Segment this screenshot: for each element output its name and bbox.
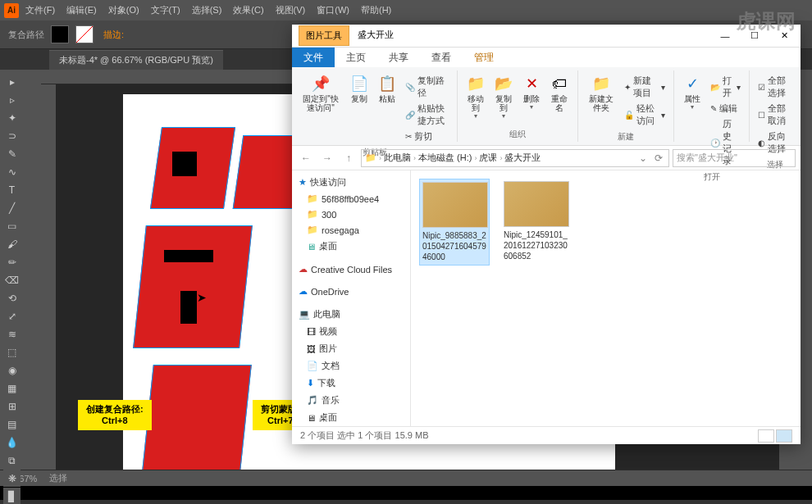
menu-view[interactable]: 视图(V) bbox=[271, 2, 311, 19]
tree-desktop2[interactable]: 🖥桌面 bbox=[294, 409, 408, 426]
title-context-tab[interactable]: 图片工具 bbox=[299, 25, 349, 46]
path-folder1[interactable]: 虎课 bbox=[479, 152, 497, 164]
rename-button[interactable]: 🏷重命名 bbox=[546, 72, 573, 114]
menu-file[interactable]: 文件(F) bbox=[21, 2, 60, 19]
easy-access[interactable]: 🔓轻松访问▾ bbox=[623, 102, 667, 128]
copy-path[interactable]: 📎复制路径 bbox=[404, 74, 450, 100]
gradient-tool[interactable]: ▤ bbox=[3, 415, 21, 433]
selection-tool[interactable]: ▸ bbox=[3, 73, 21, 90]
file-item[interactable]: Nipic_12459101_20161227103230606852 bbox=[501, 179, 572, 264]
perspective-tool[interactable]: ▦ bbox=[3, 379, 21, 397]
explorer-statusbar: 2 个项目 选中 1 个项目 15.9 MB bbox=[292, 426, 801, 444]
type-tool[interactable]: T bbox=[3, 181, 21, 198]
new-folder[interactable]: 📁新建文件夹 bbox=[583, 72, 619, 114]
tree-quick-access[interactable]: ★快速访问 bbox=[294, 174, 408, 191]
view-details-button[interactable] bbox=[758, 429, 774, 443]
copy-button[interactable]: 📄复制 bbox=[346, 72, 372, 105]
pin-quick-access[interactable]: 📌固定到"快速访问" bbox=[297, 72, 344, 114]
refresh-button[interactable]: ⟳ bbox=[652, 149, 665, 167]
watermark-logo: 虎课网 bbox=[737, 8, 796, 34]
tab-share[interactable]: 共享 bbox=[377, 48, 420, 67]
eraser-tool[interactable]: ⌫ bbox=[3, 271, 21, 288]
tab-home[interactable]: 主页 bbox=[335, 48, 377, 67]
tree-downloads[interactable]: ⬇下载 bbox=[294, 375, 408, 392]
view-thumbs-button[interactable] bbox=[776, 429, 792, 443]
tree-folder[interactable]: 📁300 bbox=[294, 207, 408, 222]
line-tool[interactable]: ╱ bbox=[3, 199, 21, 216]
artwork-glyph[interactable] bbox=[133, 225, 253, 348]
menu-window[interactable]: 窗口(W) bbox=[312, 2, 354, 19]
minimize-button[interactable]: — bbox=[710, 25, 740, 47]
rect-tool[interactable]: ▭ bbox=[3, 217, 21, 234]
scale-tool[interactable]: ⤢ bbox=[3, 307, 21, 325]
stroke-swatch[interactable] bbox=[75, 25, 94, 43]
free-transform-tool[interactable]: ⬚ bbox=[3, 343, 21, 361]
ruler-vertical[interactable] bbox=[41, 84, 56, 470]
tree-pictures[interactable]: 🖼图片 bbox=[294, 340, 408, 357]
lasso-tool[interactable]: ⊃ bbox=[3, 127, 21, 144]
explorer-titlebar[interactable]: 图片工具 盛大开业 — ☐ ✕ bbox=[292, 25, 801, 48]
file-pane[interactable]: Nipic_9885883_20150427160457946000 Nipic… bbox=[411, 170, 801, 426]
mesh-tool[interactable]: ⊞ bbox=[3, 397, 21, 415]
new-item[interactable]: ✦新建项目▾ bbox=[623, 74, 667, 100]
edit-button[interactable]: ✎编辑 bbox=[709, 102, 742, 116]
menu-object[interactable]: 对象(O) bbox=[103, 2, 144, 19]
cut-button[interactable]: ✂剪切 bbox=[404, 129, 450, 143]
pen-tool[interactable]: ✎ bbox=[3, 145, 21, 162]
tab-file[interactable]: 文件 bbox=[292, 48, 335, 67]
open-button[interactable]: 📂打开▾ bbox=[709, 74, 742, 100]
menu-select[interactable]: 选择(S) bbox=[187, 2, 227, 19]
tree-videos[interactable]: 🎞视频 bbox=[294, 323, 408, 340]
address-bar-row: ← → ↑ 📁 › 此电脑 › 本地磁盘 (H:) › 虎课 › 盛大开业 ⌄ … bbox=[292, 146, 801, 170]
nav-back[interactable]: ← bbox=[297, 149, 315, 167]
tree-documents[interactable]: 📄文档 bbox=[294, 357, 408, 375]
menu-type[interactable]: 文字(T) bbox=[146, 2, 185, 19]
tree-desktop[interactable]: 🖥桌面 bbox=[294, 238, 408, 255]
brush-tool[interactable]: 🖌 bbox=[3, 235, 21, 252]
doc-tab[interactable]: 未标题-4* @ 66.67% (RGB/GPU 预览) bbox=[49, 50, 223, 70]
tab-view[interactable]: 查看 bbox=[420, 48, 463, 67]
menu-edit[interactable]: 编辑(E) bbox=[62, 2, 102, 19]
graph-tool[interactable]: ▊ bbox=[3, 488, 21, 504]
copy-to[interactable]: 📂复制到▾ bbox=[490, 72, 517, 121]
select-all[interactable]: ☑全部选择 bbox=[756, 74, 794, 100]
paste-button[interactable]: 📋粘贴 bbox=[374, 72, 400, 105]
nav-tree[interactable]: ★快速访问 📁56f88ffb09ee4 📁300 📁rosegaga 🖥桌面 … bbox=[292, 170, 411, 426]
tree-folder[interactable]: 📁rosegaga bbox=[294, 222, 408, 238]
select-none[interactable]: ☐全部取消 bbox=[756, 102, 794, 128]
menu-effect[interactable]: 效果(C) bbox=[228, 2, 268, 19]
path-folder2[interactable]: 盛大开业 bbox=[504, 152, 541, 164]
tree-creative-cloud[interactable]: ☁Creative Cloud Files bbox=[294, 261, 408, 277]
move-to[interactable]: 📁移动到▾ bbox=[463, 72, 489, 121]
width-tool[interactable]: ≋ bbox=[3, 325, 21, 343]
tab-manage[interactable]: 管理 bbox=[463, 48, 505, 67]
address-bar[interactable]: 📁 › 此电脑 › 本地磁盘 (H:) › 虎课 › 盛大开业 ⌄ ⟳ bbox=[361, 149, 669, 167]
menu-help[interactable]: 帮助(H) bbox=[356, 2, 396, 19]
artwork-glyph[interactable] bbox=[142, 365, 252, 470]
tree-onedrive[interactable]: ☁OneDrive bbox=[294, 284, 408, 299]
file-item[interactable]: Nipic_9885883_20150427160457946000 bbox=[419, 179, 490, 266]
tree-this-pc[interactable]: 💻此电脑 bbox=[294, 306, 408, 323]
file-explorer-window: 图片工具 盛大开业 — ☐ ✕ 文件 主页 共享 查看 管理 📌固定到"快速访问… bbox=[292, 25, 801, 444]
fill-swatch[interactable] bbox=[51, 25, 69, 43]
nav-forward[interactable]: → bbox=[318, 149, 336, 167]
tree-music[interactable]: 🎵音乐 bbox=[294, 392, 408, 409]
eyedropper-tool[interactable]: 💧 bbox=[3, 434, 21, 451]
blend-tool[interactable]: ⧉ bbox=[3, 452, 21, 469]
path-dropdown[interactable]: ⌄ bbox=[636, 149, 650, 167]
paste-shortcut[interactable]: 🔗粘贴快捷方式 bbox=[404, 102, 450, 128]
pencil-tool[interactable]: ✏ bbox=[3, 253, 21, 270]
rotate-tool[interactable]: ⟲ bbox=[3, 289, 21, 306]
properties-button[interactable]: ✓属性▾ bbox=[679, 72, 705, 112]
shape-builder-tool[interactable]: ◉ bbox=[3, 361, 21, 379]
path-drive[interactable]: 本地磁盘 (H:) bbox=[418, 152, 472, 164]
wand-tool[interactable]: ✦ bbox=[3, 109, 21, 126]
delete-button[interactable]: ✕删除▾ bbox=[518, 72, 545, 112]
nav-up[interactable]: ↑ bbox=[340, 149, 358, 167]
direct-select-tool[interactable]: ▹ bbox=[3, 91, 21, 108]
curve-tool[interactable]: ∿ bbox=[3, 163, 21, 180]
path-pc[interactable]: 此电脑 bbox=[384, 152, 411, 164]
search-box[interactable]: 搜索"盛大开业" bbox=[673, 149, 796, 167]
symbol-tool[interactable]: ❋ bbox=[3, 470, 21, 487]
tree-folder[interactable]: 📁56f88ffb09ee4 bbox=[294, 191, 408, 207]
